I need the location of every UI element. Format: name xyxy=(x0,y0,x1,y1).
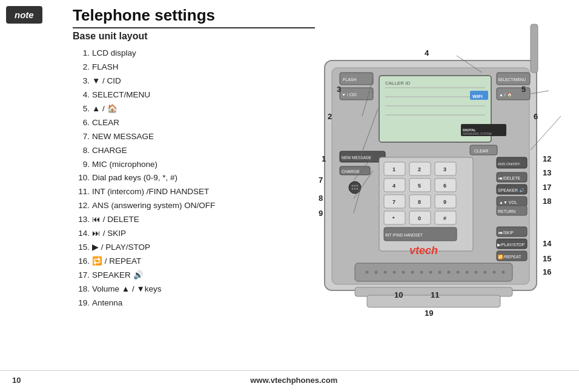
list-item: 7.NEW MESSAGE xyxy=(73,130,315,144)
svg-text:*: * xyxy=(392,215,395,221)
svg-text:3: 3 xyxy=(443,166,446,172)
item-number: 13. xyxy=(73,213,90,227)
svg-text:NEW MESSAGE: NEW MESSAGE xyxy=(342,155,372,160)
svg-text:RETURN: RETURN xyxy=(498,209,515,214)
page-title: Telephone settings xyxy=(73,6,315,28)
footer-page: 10 xyxy=(12,376,21,385)
item-number: 10. xyxy=(73,171,90,185)
svg-point-29 xyxy=(354,185,356,187)
svg-text:vtech: vtech xyxy=(409,244,438,256)
svg-point-85 xyxy=(429,271,432,274)
svg-point-84 xyxy=(420,271,423,274)
svg-text:1: 1 xyxy=(392,166,395,172)
items-list: 1.LCD display2.FLASH3.▼ / CID4.SELECT/ME… xyxy=(73,47,315,310)
footer: 10 www.vtechphones.com xyxy=(0,370,579,385)
svg-text:ANS ON/OFF: ANS ON/OFF xyxy=(498,162,520,166)
svg-point-31 xyxy=(352,188,354,190)
svg-point-30 xyxy=(357,185,359,187)
svg-text:WiFi: WiFi xyxy=(472,94,483,99)
list-item: 1.LCD display xyxy=(73,47,315,60)
item-number: 7. xyxy=(73,130,90,144)
item-text: CLEAR xyxy=(92,116,119,130)
svg-point-86 xyxy=(438,271,442,274)
svg-text:⏮/DELETE: ⏮/DELETE xyxy=(498,176,521,180)
svg-rect-77 xyxy=(355,263,512,281)
svg-point-28 xyxy=(352,185,354,187)
svg-text:8: 8 xyxy=(418,199,421,205)
svg-point-90 xyxy=(475,271,478,274)
item-number: 16. xyxy=(73,255,90,269)
list-item: 6.CLEAR xyxy=(73,116,315,130)
section-title: Base unit layout xyxy=(73,31,315,42)
list-item: 16.🔁 / REPEAT xyxy=(73,255,315,269)
item-number: 6. xyxy=(73,116,90,130)
item-text: MIC (microphone) xyxy=(92,158,157,172)
svg-text:6: 6 xyxy=(443,183,446,189)
item-text: LCD display xyxy=(92,47,136,60)
svg-point-80 xyxy=(384,271,387,274)
device-area: CALLER ID WiFi DIGITAL ANSWERING SYSTEM … xyxy=(306,12,567,333)
list-item: 3.▼ / CID xyxy=(73,74,315,88)
device-svg: CALLER ID WiFi DIGITAL ANSWERING SYSTEM … xyxy=(306,12,567,333)
svg-point-33 xyxy=(357,188,359,190)
svg-text:7: 7 xyxy=(392,199,395,205)
list-item: 8.CHARGE xyxy=(73,144,315,158)
svg-point-89 xyxy=(466,271,469,274)
item-number: 9. xyxy=(73,158,90,172)
item-text: Antenna xyxy=(92,296,122,310)
item-text: 🔁 / REPEAT xyxy=(92,255,141,269)
item-number: 3. xyxy=(73,74,90,88)
item-text: Dial pad keys (0-9, *, #) xyxy=(92,171,177,185)
svg-point-83 xyxy=(411,271,414,274)
item-text: NEW MESSAGE xyxy=(92,130,154,144)
footer-url: www.vtechphones.com xyxy=(250,376,337,385)
svg-point-88 xyxy=(457,271,460,274)
item-text: Volume ▲ / ▼keys xyxy=(92,283,162,296)
item-text: ▼ / CID xyxy=(92,74,121,88)
svg-text:▲▼ VOL: ▲▼ VOL xyxy=(499,200,517,204)
svg-point-81 xyxy=(393,271,396,274)
list-item: 4.SELECT/MENU xyxy=(73,88,315,102)
item-number: 19. xyxy=(73,296,90,310)
svg-text:SPEAKER 🔊: SPEAKER 🔊 xyxy=(498,188,524,193)
svg-text:CHARGE: CHARGE xyxy=(342,169,360,174)
item-number: 11. xyxy=(73,185,90,199)
svg-text:INT /FIND HANDSET: INT /FIND HANDSET xyxy=(385,233,423,237)
svg-point-92 xyxy=(493,271,496,274)
list-item: 9.MIC (microphone) xyxy=(73,158,315,172)
item-text: ⏮ / DELETE xyxy=(92,213,139,227)
item-number: 1. xyxy=(73,47,90,60)
list-item: 19.Antenna xyxy=(73,296,315,310)
list-item: 11.INT (intercom) /FIND HANDSET xyxy=(73,185,315,199)
svg-text:SELECT/MENU: SELECT/MENU xyxy=(498,77,526,82)
list-item: 2.FLASH xyxy=(73,60,315,74)
svg-point-87 xyxy=(448,271,451,274)
svg-point-32 xyxy=(354,188,356,190)
item-number: 8. xyxy=(73,144,90,158)
svg-text:CLEAR: CLEAR xyxy=(474,149,488,153)
svg-text:▶/PLAY/STOP: ▶/PLAY/STOP xyxy=(497,243,525,247)
svg-text:🔁/REPEAT: 🔁/REPEAT xyxy=(498,254,521,260)
item-text: ANS (answering system) ON/OFF xyxy=(92,199,215,213)
svg-point-82 xyxy=(402,271,405,274)
list-item: 10.Dial pad keys (0-9, *, #) xyxy=(73,171,315,185)
list-item: 15.▶ / PLAY/STOP xyxy=(73,241,315,255)
svg-text:5: 5 xyxy=(418,183,421,189)
item-number: 14. xyxy=(73,227,90,241)
list-item: 14.⏭ / SKIP xyxy=(73,227,315,241)
svg-text:DIGITAL: DIGITAL xyxy=(463,128,476,132)
list-item: 5.▲ / 🏠 xyxy=(73,102,315,116)
item-text: ▲ / 🏠 xyxy=(92,102,117,116)
item-number: 17. xyxy=(73,269,90,283)
item-text: ▶ / PLAY/STOP xyxy=(92,241,150,255)
svg-text:⏭/SKIP: ⏭/SKIP xyxy=(498,230,514,235)
content-area: Telephone settings Base unit layout 1.LC… xyxy=(73,6,315,310)
item-number: 15. xyxy=(73,241,90,255)
item-number: 5. xyxy=(73,102,90,116)
svg-text:9: 9 xyxy=(443,199,446,205)
item-text: INT (intercom) /FIND HANDSET xyxy=(92,185,209,199)
svg-text:0: 0 xyxy=(418,215,421,221)
item-text: FLASH xyxy=(92,60,119,74)
item-text: CHARGE xyxy=(92,144,127,158)
item-text: ⏭ / SKIP xyxy=(92,227,126,241)
